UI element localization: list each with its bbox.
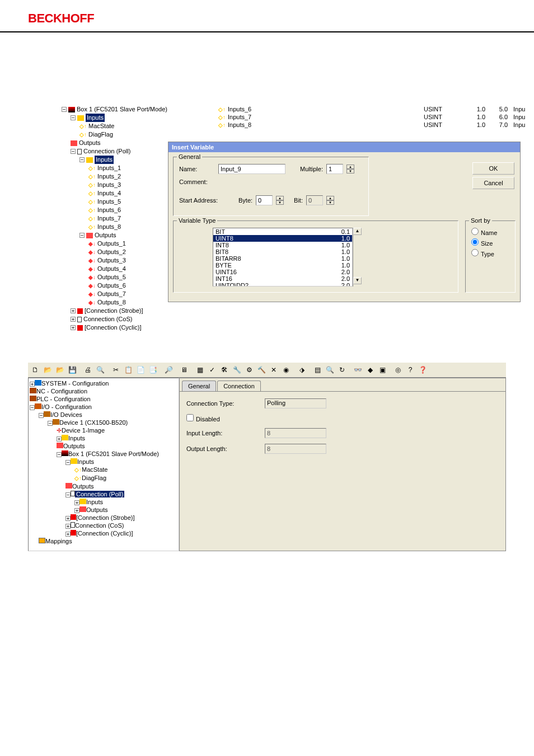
insert-variable-dialog: Insert Variable OK Cancel General Name: … xyxy=(168,142,521,302)
start-address-label: Start Address: xyxy=(179,197,224,204)
tool4-icon[interactable]: ⚙ xyxy=(243,364,255,375)
tool5-icon[interactable]: 🔨 xyxy=(256,364,267,375)
collapse-icon[interactable]: − xyxy=(62,107,67,112)
device-icon[interactable]: 🖥 xyxy=(179,364,190,375)
paste2-icon[interactable]: 📑 xyxy=(147,364,158,375)
tool3-icon[interactable]: 🔧 xyxy=(231,364,242,375)
sort-size-radio[interactable]: Size xyxy=(471,238,509,247)
help-icon[interactable]: ? xyxy=(405,364,416,375)
multiple-input[interactable] xyxy=(326,164,343,174)
collapse-icon[interactable]: − xyxy=(65,460,71,465)
preview-icon[interactable]: 🔍 xyxy=(95,364,106,375)
tool8-icon[interactable]: ⬗ xyxy=(296,364,307,375)
multiple-spinner[interactable]: ▲▼ xyxy=(346,165,354,173)
figure-connection-panel: 🗋 📂 📂 💾 🖨 🔍 ✂ 📋 📄 📑 🔎 🖥 ▦ ✓ 🛠 🔧 ⚙ 🔨 ✕ xyxy=(28,363,506,553)
copy-icon[interactable]: 📋 xyxy=(123,364,134,375)
output-var-icon: ◆↓ xyxy=(88,248,96,256)
tree-node-conn-poll[interactable]: Connection (Poll) xyxy=(75,491,124,497)
collapse-icon[interactable]: − xyxy=(65,492,71,497)
expand-icon[interactable]: + xyxy=(65,532,71,537)
spin-down-icon[interactable]: ▼ xyxy=(276,200,284,205)
scrollbar[interactable]: ▲▼ xyxy=(353,228,362,287)
collapse-icon[interactable]: − xyxy=(39,413,44,418)
zoom-icon[interactable]: 🔍 xyxy=(324,364,335,375)
collapse-icon[interactable]: − xyxy=(71,115,76,120)
scroll-down-icon[interactable]: ▼ xyxy=(353,277,362,284)
output-var-icon: ◆↓ xyxy=(88,281,96,290)
save-icon[interactable]: 💾 xyxy=(67,364,78,375)
sort-type-radio[interactable]: Type xyxy=(471,249,509,257)
tab-general[interactable]: General xyxy=(182,381,216,391)
input-var-icon: ◇↑ xyxy=(88,214,96,223)
expand-icon[interactable]: + xyxy=(57,436,62,442)
connection-type-select: Polling xyxy=(265,398,326,408)
expand-icon[interactable]: + xyxy=(65,524,71,529)
input-var-icon: ◇↑ xyxy=(88,206,96,214)
multiple-label: Multiple: xyxy=(300,166,323,172)
expand-icon[interactable]: + xyxy=(71,317,76,322)
byte-spinner[interactable]: ▲▼ xyxy=(276,196,284,205)
check-icon[interactable]: ✓ xyxy=(207,364,218,375)
collapse-icon[interactable]: − xyxy=(79,157,85,162)
refresh-icon[interactable]: ↻ xyxy=(336,364,348,375)
input-var-icon: ◇↑ xyxy=(88,164,96,172)
input-var-icon: ◇↑ xyxy=(218,114,226,120)
tool10-icon[interactable]: ◆ xyxy=(364,364,376,375)
expand-icon[interactable]: + xyxy=(30,382,35,387)
expand-icon[interactable]: + xyxy=(74,500,79,505)
main-toolbar[interactable]: 🗋 📂 📂 💾 🖨 🔍 ✂ 📋 📄 📑 🔎 🖥 ▦ ✓ 🛠 🔧 ⚙ 🔨 ✕ xyxy=(28,363,506,378)
help2-icon[interactable]: ❓ xyxy=(417,364,428,375)
tab-connection[interactable]: Connection xyxy=(217,381,261,391)
expand-icon[interactable]: + xyxy=(71,308,76,313)
expand-icon[interactable]: + xyxy=(65,516,71,521)
spin-up-icon[interactable]: ▲ xyxy=(276,196,284,200)
tool2-icon[interactable]: 🛠 xyxy=(219,364,230,375)
connection-icon xyxy=(71,514,76,520)
collapse-icon[interactable]: − xyxy=(79,233,85,238)
spin-down-icon: ▼ xyxy=(326,200,334,205)
input-var-icon: ◇↑ xyxy=(79,122,87,130)
cancel-button[interactable]: Cancel xyxy=(472,177,514,189)
type-listbox[interactable]: BIT0.1 UINT81.0 INT81.0 BIT81.0 BITARR81… xyxy=(213,228,353,287)
collapse-icon[interactable]: − xyxy=(71,149,76,154)
ok-button[interactable]: OK xyxy=(472,162,514,175)
mappings-icon xyxy=(39,538,45,543)
open-icon[interactable]: 📂 xyxy=(42,364,53,375)
connection-icon xyxy=(77,149,82,154)
tool7-icon[interactable]: ◉ xyxy=(280,364,292,375)
paste-icon[interactable]: 📄 xyxy=(135,364,146,375)
group-sortby: Sort by xyxy=(469,217,492,224)
input-var-icon: ◇↑ xyxy=(88,198,96,206)
glasses-icon[interactable]: 👓 xyxy=(352,364,363,375)
input-var-icon: ◇↑ xyxy=(88,172,96,181)
collapse-icon[interactable]: − xyxy=(57,452,62,457)
input-var-icon: ◇↑ xyxy=(74,475,82,481)
collapse-icon[interactable]: − xyxy=(30,405,35,410)
connection-icon xyxy=(77,325,83,331)
tree-node-inputs-poll[interactable]: Inputs xyxy=(95,156,114,164)
open2-icon[interactable]: 📂 xyxy=(54,364,65,375)
tree-node-inputs[interactable]: Inputs xyxy=(86,114,105,122)
tool12-icon[interactable]: ◎ xyxy=(392,364,404,375)
tool9-icon[interactable]: ▤ xyxy=(312,364,323,375)
find-icon[interactable]: 🔎 xyxy=(163,364,174,375)
byte-input[interactable] xyxy=(256,195,273,205)
inputs-group-icon xyxy=(71,458,77,464)
collapse-icon[interactable]: − xyxy=(48,421,53,426)
name-input[interactable] xyxy=(218,164,285,174)
outputs-group-icon xyxy=(57,443,63,448)
scroll-up-icon[interactable]: ▲ xyxy=(353,228,362,235)
expand-icon[interactable]: + xyxy=(71,325,76,330)
spin-down-icon[interactable]: ▼ xyxy=(346,169,354,173)
disabled-checkbox[interactable]: Disabled xyxy=(186,414,265,422)
expand-icon[interactable]: + xyxy=(74,508,79,513)
spin-up-icon[interactable]: ▲ xyxy=(346,165,354,169)
print-icon[interactable]: 🖨 xyxy=(82,364,93,375)
cut-icon[interactable]: ✂ xyxy=(110,364,121,375)
sort-name-radio[interactable]: Name xyxy=(471,228,509,236)
tool6-icon[interactable]: ✕ xyxy=(268,364,279,375)
tree-view-2[interactable]: +SYSTEM - Configuration NC - Configurati… xyxy=(28,378,179,551)
tool11-icon[interactable]: ▣ xyxy=(377,364,388,375)
new-icon[interactable]: 🗋 xyxy=(30,364,41,375)
tool1-icon[interactable]: ▦ xyxy=(194,364,205,375)
